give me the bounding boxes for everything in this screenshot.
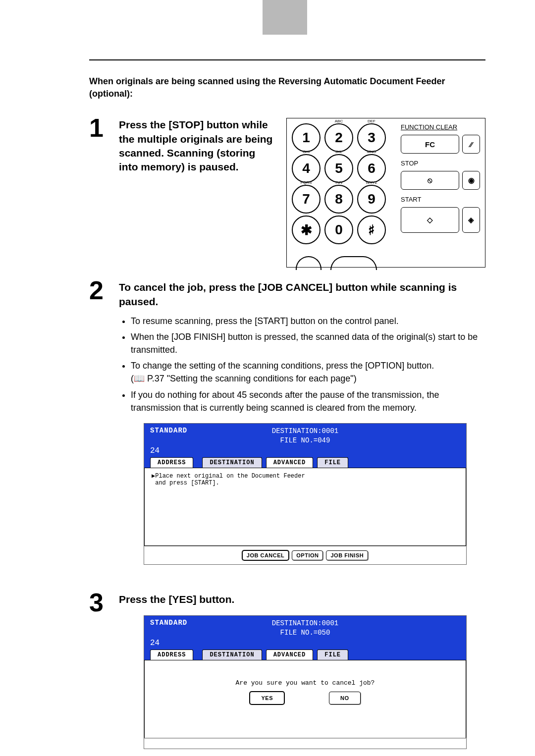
lcd-message: ▶Place next original on the Document Fee… [144,468,466,546]
key-hash[interactable]: ♯ [357,216,386,244]
bullet: If you do nothing for about 45 seconds a… [131,388,485,414]
job-cancel-button[interactable]: JOB CANCEL [242,550,289,560]
stop-label: STOP [401,160,480,167]
tab-destination[interactable]: DESTINATION [202,457,262,468]
step-title: Press the [YES] button. [119,593,485,606]
stop-aux-button[interactable]: ◉ [462,171,480,190]
start-button[interactable]: ◇ [401,207,459,233]
step-3: 3 Press the [YES] button. STANDARD DESTI… [89,590,485,756]
lcd-tabs: ADDRESS DESTINATION ADVANCED FILE [144,457,466,468]
tab-advanced[interactable]: ADVANCED [266,457,314,468]
intro-text: When originals are being scanned using t… [89,75,485,100]
lcd-file-no: FILE NO.=049 [144,436,466,445]
key-6[interactable]: MNO6 [357,154,386,183]
bullet: When the [JOB FINISH] button is pressed,… [131,330,485,356]
step-1: 1 Press the [STOP] button while the mult… [89,115,485,268]
function-clear-label: FUNCTION CLEAR [401,123,480,131]
key-0[interactable]: 0 [324,216,353,244]
tab-file[interactable]: FILE [317,649,348,660]
step-title: To cancel the job, press the [JOB CANCEL… [119,280,485,309]
tab-destination[interactable]: DESTINATION [202,649,262,660]
step-2: 2 To cancel the job, press the [JOB CANC… [89,277,485,579]
lcd-screenshot-1: STANDARD DESTINATION:0001 FILE NO.=049 2… [144,423,467,565]
lcd-destination: DESTINATION:0001 [144,427,466,436]
job-finish-button[interactable]: JOB FINISH [326,550,368,560]
step-number: 2 [89,277,119,579]
key-2[interactable]: ABC2 [324,123,353,152]
lcd-count: 24 [150,446,160,455]
key-7[interactable]: PQRS7 [292,185,321,214]
lcd-confirm-text: Are you sure you want to cancel job? [152,664,459,692]
step-number: 1 [89,115,119,268]
bullet: To resume scanning, press the [START] bu… [131,315,485,327]
key-1[interactable]: 1 [292,123,321,152]
start-aux-button[interactable]: ◈ [462,207,480,233]
lcd-screenshot-2: STANDARD DESTINATION:0001 FILE NO.=050 2… [144,615,467,749]
bullet: To change the setting of the scanning co… [131,359,485,385]
partial-keys [296,256,385,263]
tab-advanced[interactable]: ADVANCED [266,649,314,660]
key-5[interactable]: JKL5 [324,154,353,183]
lcd-count: 24 [150,639,160,648]
top-bar [0,0,535,35]
lcd-file-no: FILE NO.=050 [144,628,466,638]
step-number: 3 [89,590,119,756]
rule-top [89,59,485,60]
step-title: Press the [STOP] button while the multip… [119,118,276,268]
clear-button[interactable]: ⁄⁄ [462,135,480,154]
tab-address[interactable]: ADDRESS [150,649,193,660]
key-star[interactable]: ✱ [292,216,321,244]
fc-button[interactable]: FC [401,135,459,154]
key-3[interactable]: DEF3 [357,123,386,152]
step-bullets: To resume scanning, press the [START] bu… [119,315,485,414]
key-8[interactable]: TUV8 [324,185,353,214]
stop-button[interactable]: ⦸ [401,171,459,190]
lcd-destination: DESTINATION:0001 [144,619,466,628]
yes-button[interactable]: YES [250,692,284,704]
page-reference: (📖 P.37 "Setting the scanning conditions… [131,372,357,385]
key-9[interactable]: WXYZ9 [357,185,386,214]
control-panel-diagram: 1 ABC2 DEF3 GHI4 JKL5 MNO6 PQRS7 TUV8 WX… [286,118,485,268]
start-label: START [401,196,480,203]
tab-address[interactable]: ADDRESS [150,457,193,468]
page-tab-mark [263,0,307,35]
lcd-tabs: ADDRESS DESTINATION ADVANCED FILE [144,649,466,660]
option-button[interactable]: OPTION [292,550,323,560]
key-4[interactable]: GHI4 [292,154,321,183]
no-button[interactable]: NO [329,692,361,704]
tab-file[interactable]: FILE [317,457,348,468]
